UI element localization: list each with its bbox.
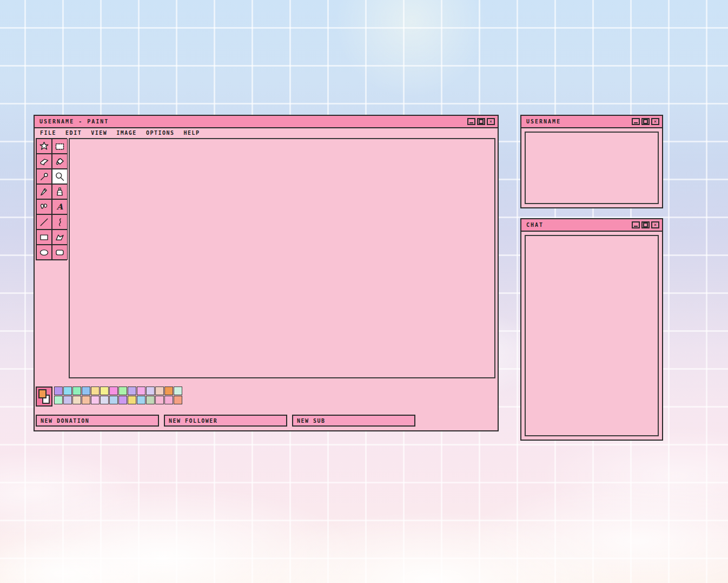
new-sub-bar: NEW SUB <box>292 415 415 427</box>
event-bar-label: NEW FOLLOWER <box>165 418 217 424</box>
svg-text:A: A <box>56 202 63 212</box>
tool-eyedropper-icon[interactable] <box>36 169 52 184</box>
tool-fill-icon[interactable] <box>52 154 68 169</box>
tool-freeform-select-icon[interactable] <box>36 139 52 154</box>
menu-bar: FILEEDITVIEWIMAGEOPTIONSHELP <box>35 127 498 138</box>
color-swatch-2-3[interactable] <box>72 396 81 404</box>
color-swatch-1-8[interactable] <box>118 387 127 395</box>
color-swatch-2-6[interactable] <box>100 396 109 404</box>
username-window: USERNAME <box>520 115 663 208</box>
chat-window-titlebar[interactable]: CHAT <box>521 219 662 232</box>
username-window-titlebar[interactable]: USERNAME <box>521 116 662 128</box>
maximize-button[interactable] <box>477 118 485 125</box>
event-bar-label: NEW SUB <box>293 418 326 424</box>
color-swatch-2-14[interactable] <box>174 396 182 404</box>
tool-polygon-icon[interactable] <box>52 230 68 245</box>
color-palette <box>54 387 182 404</box>
color-swatch-2-12[interactable] <box>155 396 164 404</box>
username-window-title: USERNAME <box>521 119 561 125</box>
close-button[interactable] <box>487 118 495 125</box>
event-bar-label: NEW DONATION <box>37 418 89 424</box>
close-button[interactable] <box>651 118 659 125</box>
minimize-button[interactable] <box>467 118 475 125</box>
chat-window-content <box>525 235 659 436</box>
tool-select-icon[interactable] <box>52 139 68 154</box>
tool-airbrush-icon[interactable] <box>36 199 52 214</box>
color-swatch-2-13[interactable] <box>164 396 173 404</box>
color-swatch-2-7[interactable] <box>109 396 118 404</box>
color-swatch-1-13[interactable] <box>164 387 173 395</box>
paint-window: USERNAME - PAINT FILEEDITVIEWIMAGEOPTION… <box>34 115 499 431</box>
color-swatch-1-4[interactable] <box>82 387 90 395</box>
palette-row-2 <box>54 396 182 404</box>
close-button[interactable] <box>651 221 659 228</box>
tool-magnifier-icon[interactable] <box>52 169 68 184</box>
tool-palette: A <box>36 138 67 260</box>
paint-canvas[interactable] <box>69 138 495 378</box>
color-swatch-2-1[interactable] <box>54 396 63 404</box>
menu-item-help[interactable]: HELP <box>184 130 200 136</box>
menu-item-file[interactable]: FILE <box>40 130 56 136</box>
tool-rectangle-icon[interactable] <box>36 230 52 245</box>
chat-window-title: CHAT <box>521 222 544 228</box>
new-follower-bar: NEW FOLLOWER <box>164 415 287 427</box>
color-swatch-1-3[interactable] <box>72 387 81 395</box>
color-swatch-1-12[interactable] <box>155 387 164 395</box>
color-swatch-2-8[interactable] <box>118 396 127 404</box>
menu-item-options[interactable]: OPTIONS <box>146 130 175 136</box>
menu-item-view[interactable]: VIEW <box>91 130 107 136</box>
paint-window-controls <box>467 118 498 125</box>
tool-ellipse-icon[interactable] <box>36 245 52 260</box>
color-swatch-1-9[interactable] <box>128 387 136 395</box>
foreground-color-swatch <box>38 389 47 398</box>
color-swatch-1-11[interactable] <box>146 387 155 395</box>
minimize-button[interactable] <box>632 221 640 228</box>
color-swatch-2-5[interactable] <box>91 396 100 404</box>
tool-line-icon[interactable] <box>36 214 52 230</box>
color-swatch-1-6[interactable] <box>100 387 109 395</box>
username-window-content <box>525 132 659 204</box>
color-swatch-1-2[interactable] <box>63 387 72 395</box>
color-swatch-2-4[interactable] <box>82 396 90 404</box>
tool-pencil-icon[interactable] <box>36 184 52 199</box>
color-swatch-1-7[interactable] <box>109 387 118 395</box>
menu-item-edit[interactable]: EDIT <box>65 130 82 136</box>
chat-window-controls <box>632 221 662 228</box>
color-swatch-2-10[interactable] <box>137 396 145 404</box>
tool-curve-icon[interactable] <box>52 214 68 230</box>
new-donation-bar: NEW DONATION <box>36 415 159 427</box>
color-swatch-2-9[interactable] <box>128 396 136 404</box>
username-window-controls <box>632 118 662 125</box>
desktop: USERNAME - PAINT FILEEDITVIEWIMAGEOPTION… <box>0 0 728 583</box>
color-swatch-1-14[interactable] <box>174 387 182 395</box>
paint-window-titlebar[interactable]: USERNAME - PAINT <box>35 116 498 128</box>
current-colors-indicator[interactable] <box>36 387 52 407</box>
maximize-button[interactable] <box>641 118 650 125</box>
color-swatch-2-11[interactable] <box>146 396 155 404</box>
palette-row-1 <box>54 387 182 395</box>
color-swatch-1-5[interactable] <box>91 387 100 395</box>
tool-text-icon[interactable]: A <box>52 199 68 214</box>
tool-rounded-rectangle-icon[interactable] <box>52 245 68 260</box>
minimize-button[interactable] <box>632 118 640 125</box>
tool-brush-icon[interactable] <box>52 184 68 199</box>
color-swatch-1-1[interactable] <box>54 387 63 395</box>
tool-eraser-icon[interactable] <box>36 154 52 169</box>
paint-window-title: USERNAME - PAINT <box>35 119 109 125</box>
menu-item-image[interactable]: IMAGE <box>116 130 137 136</box>
chat-window: CHAT <box>520 218 663 441</box>
maximize-button[interactable] <box>641 221 650 228</box>
color-swatch-2-2[interactable] <box>63 396 72 404</box>
event-bars: NEW DONATIONNEW FOLLOWERNEW SUB <box>36 415 415 427</box>
color-swatch-1-10[interactable] <box>137 387 145 395</box>
